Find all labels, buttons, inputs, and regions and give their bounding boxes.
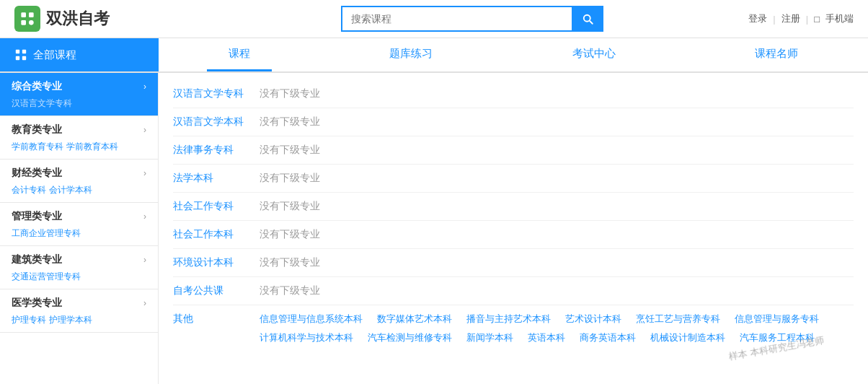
- register-link[interactable]: 注册: [781, 12, 800, 25]
- sidebar-sub-item-5-1[interactable]: 护理学本科: [49, 314, 92, 326]
- search-icon: [581, 12, 594, 25]
- navbar-items: 课程 题库练习 考试中心 课程名师: [159, 38, 868, 71]
- sidebar-category-title-3: 管理类专业: [12, 210, 62, 223]
- svg-rect-1: [21, 12, 26, 17]
- nav-item-quiz[interactable]: 题库练习: [368, 38, 454, 71]
- sidebar-sub-items-1: 学前教育专科学前教育本科: [0, 139, 158, 159]
- sidebar-category-title-2: 财经类专业: [12, 167, 62, 180]
- content-row-4: 社会工作专科没有下级专业: [173, 193, 854, 221]
- sidebar-category-header-1: 教育类专业›: [0, 116, 158, 139]
- svg-rect-7: [16, 56, 19, 60]
- content-link-8-4[interactable]: 烹饪工艺与营养专科: [636, 313, 720, 326]
- content-link-8-5[interactable]: 信息管理与服务专科: [735, 313, 819, 326]
- content-link-8-8[interactable]: 新闻学本科: [466, 331, 513, 344]
- content-row-value-7: 没有下级专业: [260, 284, 854, 297]
- search-input[interactable]: [341, 6, 572, 32]
- header: 双洪自考 登录 | 注册 | □ 手机端: [0, 0, 868, 38]
- sidebar-category-5[interactable]: 医学类专业›护理专科护理学本科: [0, 289, 158, 333]
- sidebar-sub-item-2-0[interactable]: 会计专科: [12, 184, 46, 196]
- svg-rect-0: [19, 10, 36, 27]
- sidebar-category-header-3: 管理类专业›: [0, 203, 158, 226]
- content-row-value-4: 没有下级专业: [260, 200, 854, 213]
- content-row-2: 法律事务专科没有下级专业: [173, 136, 854, 165]
- content-row-label-2[interactable]: 法律事务专科: [173, 144, 260, 157]
- content-link-8-6[interactable]: 计算机科学与技术本科: [260, 331, 353, 344]
- login-link[interactable]: 登录: [748, 12, 767, 25]
- sidebar-category-title-5: 医学类专业: [12, 297, 62, 310]
- all-courses-button[interactable]: 全部课程: [0, 38, 159, 71]
- search-button[interactable]: [572, 6, 603, 32]
- content-row-label-1[interactable]: 汉语言文学本科: [173, 115, 260, 128]
- content-row-label-7[interactable]: 自考公共课: [173, 284, 260, 297]
- sidebar-sub-items-4: 交通运营管理专科: [0, 269, 158, 289]
- grid-icon: [14, 48, 27, 61]
- sidebar-sub-item-4-0[interactable]: 交通运营管理专科: [12, 271, 81, 283]
- sidebar-category-header-4: 建筑类专业›: [0, 246, 158, 269]
- arrow-icon-1: ›: [143, 125, 146, 135]
- sidebar-category-1[interactable]: 教育类专业›学前教育专科学前教育本科: [0, 116, 158, 160]
- navbar: 全部课程 课程 题库练习 考试中心 课程名师: [0, 38, 868, 73]
- sidebar: 综合类专业›汉语言文学专科教育类专业›学前教育专科学前教育本科财经类专业›会计专…: [0, 73, 159, 384]
- content-link-8-10[interactable]: 商务英语本科: [580, 331, 636, 344]
- all-courses-label: 全部课程: [33, 48, 76, 62]
- content-link-8-7[interactable]: 汽车检测与维修专科: [368, 331, 452, 344]
- content-row-label-4[interactable]: 社会工作专科: [173, 200, 260, 213]
- logo-text: 双洪自考: [46, 8, 110, 30]
- content-link-8-12[interactable]: 汽车服务工程本科: [740, 331, 815, 344]
- sidebar-sub-item-2-1[interactable]: 会计学本科: [49, 184, 92, 196]
- content-row-label-8[interactable]: 其他: [173, 313, 260, 326]
- sidebar-sub-items-0: 汉语言文学专科: [0, 96, 158, 115]
- content-link-8-9[interactable]: 英语本科: [528, 331, 565, 344]
- sidebar-sub-item-5-0[interactable]: 护理专科: [12, 314, 46, 326]
- logo-svg: [19, 10, 36, 27]
- content-area: 汉语言文学专科没有下级专业汉语言文学本科没有下级专业法律事务专科没有下级专业法学…: [159, 73, 868, 384]
- svg-rect-2: [29, 12, 34, 17]
- content-link-8-2[interactable]: 播音与主持艺术本科: [466, 313, 551, 326]
- sidebar-sub-item-3-0[interactable]: 工商企业管理专科: [12, 227, 81, 240]
- header-right: 登录 | 注册 | □ 手机端: [748, 12, 854, 25]
- arrow-icon-3: ›: [143, 211, 146, 222]
- content-row-value-2: 没有下级专业: [260, 144, 854, 157]
- sidebar-category-4[interactable]: 建筑类专业›交通运营管理专科: [0, 246, 158, 289]
- content-link-8-1[interactable]: 数字媒体艺术本科: [377, 313, 452, 326]
- content-link-8-3[interactable]: 艺术设计本科: [565, 313, 621, 326]
- nav-item-teachers[interactable]: 课程名师: [733, 38, 820, 71]
- content-row-5: 社会工作本科没有下级专业: [173, 221, 854, 249]
- arrow-icon-5: ›: [143, 298, 146, 308]
- content-row-6: 环境设计本科没有下级专业: [173, 249, 854, 277]
- search-bar: [341, 6, 603, 32]
- content-row-0: 汉语言文学专科没有下级专业: [173, 80, 854, 108]
- svg-rect-6: [22, 50, 26, 53]
- sidebar-category-header-5: 医学类专业›: [0, 289, 158, 313]
- arrow-icon-2: ›: [143, 168, 146, 178]
- svg-rect-3: [21, 20, 26, 25]
- sidebar-sub-items-2: 会计专科会计学本科: [0, 183, 158, 202]
- sidebar-sub-item-1-0[interactable]: 学前教育专科: [12, 141, 63, 153]
- content-row-8: 其他信息管理与信息系统本科数字媒体艺术本科播音与主持艺术本科艺术设计本科烹饪工艺…: [173, 305, 854, 352]
- sidebar-sub-item-1-1[interactable]: 学前教育本科: [66, 141, 118, 153]
- content-link-8-0[interactable]: 信息管理与信息系统本科: [260, 313, 363, 326]
- arrow-icon-4: ›: [143, 255, 146, 265]
- sidebar-category-2[interactable]: 财经类专业›会计专科会计学本科: [0, 160, 158, 203]
- arrow-icon-0: ›: [143, 82, 146, 92]
- content-row-value-0: 没有下级专业: [260, 87, 854, 100]
- content-row-label-3[interactable]: 法学本科: [173, 172, 260, 185]
- svg-point-4: [29, 20, 34, 25]
- content-row-label-6[interactable]: 环境设计本科: [173, 256, 260, 269]
- sidebar-sub-items-3: 工商企业管理专科: [0, 226, 158, 245]
- content-row-value-6: 没有下级专业: [260, 256, 854, 269]
- content-link-8-11[interactable]: 机械设计制造本科: [650, 331, 725, 344]
- sidebar-category-3[interactable]: 管理类专业›工商企业管理专科: [0, 203, 158, 246]
- sidebar-category-0[interactable]: 综合类专业›汉语言文学专科: [0, 73, 158, 116]
- content-row-label-5[interactable]: 社会工作本科: [173, 228, 260, 241]
- nav-item-exam[interactable]: 考试中心: [551, 38, 637, 71]
- nav-item-courses[interactable]: 课程: [207, 38, 272, 71]
- sidebar-category-header-2: 财经类专业›: [0, 160, 158, 183]
- sidebar-category-title-0: 综合类专业: [12, 80, 62, 93]
- content-row-value-1: 没有下级专业: [260, 115, 854, 128]
- logo: 双洪自考: [14, 6, 110, 32]
- content-row-label-0[interactable]: 汉语言文学专科: [173, 87, 260, 100]
- content-row-value-5: 没有下级专业: [260, 228, 854, 241]
- sidebar-sub-item-0-0[interactable]: 汉语言文学专科: [12, 97, 72, 110]
- mobile-link[interactable]: 手机端: [825, 12, 854, 25]
